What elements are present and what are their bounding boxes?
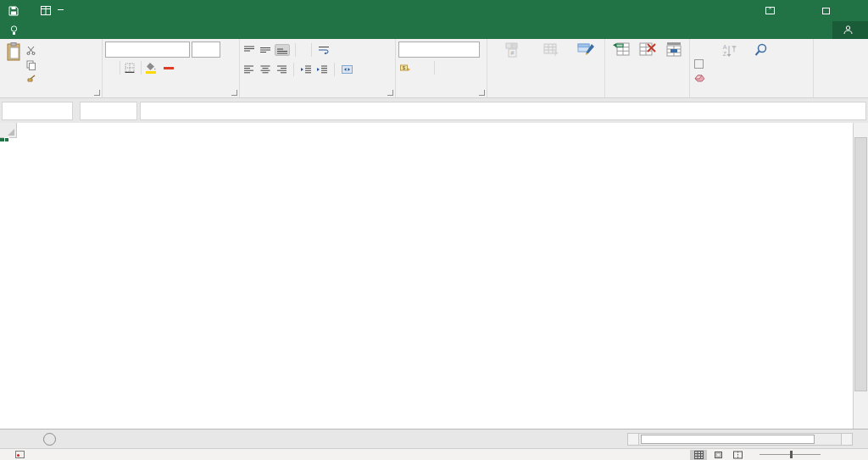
format-painter-button[interactable] [25, 72, 44, 86]
minimize-button[interactable] [784, 0, 812, 21]
fill-color-icon [146, 63, 156, 70]
font-name-combo[interactable] [105, 42, 190, 58]
top-align-icon[interactable] [242, 45, 256, 55]
format-cells-button[interactable] [663, 42, 685, 86]
align-right-icon[interactable] [275, 64, 288, 75]
clipboard-group [0, 39, 103, 97]
scroll-right-button[interactable] [841, 433, 853, 446]
font-size-combo[interactable] [192, 42, 220, 58]
format-as-table-button[interactable] [533, 42, 570, 86]
customize-qat-button[interactable] [58, 9, 64, 12]
svg-text:A: A [723, 44, 727, 50]
page-break-preview-button[interactable] [729, 450, 746, 460]
scroll-down-button[interactable] [854, 415, 868, 429]
sheet-nav-right-icon[interactable] [14, 430, 29, 448]
font-dialog-launcher[interactable] [231, 90, 237, 96]
page-layout-view-button[interactable] [709, 450, 726, 460]
increase-decimal-button[interactable] [441, 67, 444, 69]
number-format-combo[interactable] [398, 42, 480, 58]
tell-me-box[interactable] [0, 21, 32, 39]
font-color-button[interactable] [162, 65, 175, 70]
cell-styles-icon [576, 42, 595, 58]
borders-button[interactable] [123, 62, 138, 74]
align-left-icon[interactable] [242, 64, 256, 75]
clipboard-dialog-launcher[interactable] [94, 90, 100, 96]
merge-center-button[interactable] [340, 64, 356, 75]
sort-filter-button[interactable]: AZ [713, 42, 745, 86]
cut-button[interactable] [25, 43, 44, 58]
fill-color-button[interactable] [144, 62, 158, 75]
middle-align-icon[interactable] [259, 45, 272, 55]
insert-cells-icon [613, 42, 630, 58]
share-button[interactable] [832, 21, 868, 39]
decrease-font-size-button[interactable] [227, 49, 231, 51]
ribbon-display-options-button[interactable]: ^ [756, 0, 784, 21]
bottom-align-icon[interactable] [275, 44, 290, 56]
accounting-format-button[interactable]: $ [398, 63, 415, 74]
magnifier-icon [754, 43, 768, 57]
percent-style-button[interactable] [418, 67, 421, 69]
worksheet-grid [0, 123, 868, 429]
decrease-indent-icon[interactable] [299, 64, 313, 75]
fill-icon [694, 59, 704, 69]
normal-view-button[interactable] [690, 450, 707, 460]
sheet-tab-bar [0, 429, 868, 448]
active-cell-selection[interactable] [0, 138, 8, 141]
underline-button[interactable] [112, 67, 117, 69]
paste-button[interactable] [3, 42, 25, 86]
horizontal-scrollbar [623, 430, 868, 448]
horizontal-scrollbar-thumb[interactable] [641, 435, 815, 444]
conditional-formatting-icon: ≠ [504, 42, 520, 58]
eraser-icon [694, 75, 704, 82]
wrap-text-button[interactable] [317, 45, 331, 55]
font-group [103, 39, 240, 97]
comma-style-button[interactable] [425, 67, 428, 69]
conditional-formatting-button[interactable]: ≠ [490, 42, 533, 86]
ribbon: $ ≠ [0, 39, 868, 98]
scroll-left-button[interactable] [627, 433, 639, 446]
fill-handle[interactable] [4, 137, 9, 142]
clear-button[interactable] [693, 71, 713, 86]
autosum-button[interactable] [693, 42, 713, 57]
sheet-nav-left-icon[interactable] [0, 430, 14, 448]
find-select-button[interactable] [745, 42, 777, 86]
zoom-slider-thumb[interactable] [790, 451, 793, 458]
sign-in-button[interactable] [809, 21, 832, 39]
formula-input[interactable] [140, 102, 866, 120]
borders-icon [125, 63, 135, 73]
editing-group: AZ [690, 39, 814, 97]
formula-buttons [80, 102, 137, 120]
macro-record-icon[interactable] [15, 451, 25, 458]
paste-icon [5, 42, 22, 62]
new-sheet-button[interactable] [43, 433, 56, 446]
qat-custom-icon[interactable] [41, 6, 51, 15]
vertical-scrollbar-thumb[interactable] [854, 137, 867, 391]
status-bar [0, 448, 868, 460]
insert-cells-button[interactable] [610, 42, 632, 86]
name-box[interactable] [2, 102, 73, 120]
select-all-corner[interactable] [0, 123, 17, 138]
fill-button[interactable] [693, 57, 713, 71]
sort-filter-icon: AZ [721, 43, 737, 58]
number-dialog-launcher[interactable] [479, 90, 485, 96]
zoom-slider[interactable] [760, 454, 821, 455]
increase-font-size-button[interactable] [222, 49, 225, 51]
close-button[interactable] [840, 0, 868, 21]
scroll-up-button[interactable] [854, 123, 868, 136]
delete-cells-button[interactable] [637, 42, 659, 86]
save-icon[interactable] [8, 6, 19, 16]
accounting-icon: $ [400, 64, 411, 73]
cells-group [605, 39, 690, 97]
maximize-button[interactable] [812, 0, 840, 21]
merge-center-icon [342, 65, 353, 74]
alignment-dialog-launcher[interactable] [387, 90, 393, 96]
vertical-scrollbar[interactable] [853, 123, 868, 429]
align-center-icon[interactable] [259, 64, 272, 75]
orientation-button[interactable] [301, 49, 306, 51]
increase-indent-icon[interactable] [315, 64, 329, 75]
decrease-decimal-button[interactable] [448, 67, 451, 69]
format-painter-icon [26, 75, 36, 84]
cell-styles-button[interactable] [570, 42, 602, 86]
horizontal-scrollbar-track[interactable] [639, 433, 841, 446]
copy-button[interactable] [25, 58, 44, 72]
